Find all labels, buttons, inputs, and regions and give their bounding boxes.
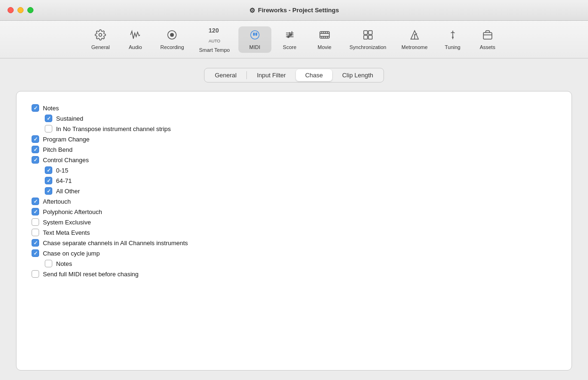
label-cycle-notes: Notes [56,260,72,267]
sync-icon [362,29,374,42]
svg-rect-31 [483,33,492,39]
tab-bar: General Input Filter Chase Clip Length [204,68,384,83]
row-chase-on-cycle-jump: Chase on cycle jump [32,248,556,258]
checkbox-control-changes[interactable] [32,156,39,164]
svg-rect-11 [320,32,329,38]
toolbar-midi-label: MIDI [249,44,260,50]
label-no-transpose: In No Transpose instrument channel strip… [56,125,171,132]
checkbox-program-change[interactable] [32,135,39,143]
row-no-transpose: In No Transpose instrument channel strip… [32,124,556,134]
svg-rect-25 [368,35,372,39]
label-send-full-midi-reset: Send full MIDI reset before chasing [43,271,139,278]
svg-rect-24 [364,35,368,39]
toolbar-general-label: General [91,44,110,50]
gear-icon [95,29,106,42]
checkbox-chase-separate-channels[interactable] [32,239,39,247]
traffic-lights [8,7,33,13]
window-title: ⚙ Fireworks - Project Settings [249,7,339,14]
toolbar-item-recording[interactable]: Recording [154,26,190,53]
close-button[interactable] [8,7,14,13]
row-cycle-notes: Notes [32,258,556,269]
label-polyphonic-aftertouch: Polyphonic Aftertouch [43,208,102,215]
maximize-button[interactable] [27,7,33,13]
svg-rect-22 [364,31,368,34]
toolbar-assets-label: Assets [480,44,495,50]
toolbar-tuning-label: Tuning [445,44,460,50]
row-send-full-midi-reset: Send full MIDI reset before chasing [32,269,556,279]
toolbar-item-midi[interactable]: MIDI [238,26,271,53]
label-control-changes: Control Changes [43,157,89,164]
row-sustained: Sustained [32,113,556,124]
toolbar-item-movie[interactable]: Movie [308,26,341,53]
checkbox-text-meta-events[interactable] [32,229,39,236]
score-icon [284,29,295,42]
row-ctrl-64-71: 64-71 [32,175,556,186]
toolbar: General Audio Recording 120AUTO Smart Te… [0,21,588,58]
label-chase-separate-channels: Chase separate channels in All Channels … [43,240,188,247]
waveform-icon [130,29,141,42]
toolbar-item-audio[interactable]: Audio [119,26,152,53]
toolbar-score-label: Score [283,44,296,50]
app-icon: ⚙ [249,7,255,14]
row-pitch-bend: Pitch Bend [32,144,556,155]
tempo-icon: 120AUTO [209,26,220,46]
checkbox-send-full-midi-reset[interactable] [32,270,39,278]
row-notes: Notes [32,103,556,113]
tab-chase[interactable]: Chase [296,69,333,81]
checkbox-chase-on-cycle-jump[interactable] [32,249,39,257]
checkbox-ctrl-0-15[interactable] [45,166,52,174]
label-program-change: Program Change [43,136,90,143]
label-aftertouch: Aftertouch [43,198,71,205]
toolbar-item-general[interactable]: General [84,26,117,53]
toolbar-movie-label: Movie [318,44,331,50]
checkbox-notes[interactable] [32,104,39,112]
row-aftertouch: Aftertouch [32,196,556,207]
metronome-icon [409,29,420,42]
checkbox-polyphonic-aftertouch[interactable] [32,208,39,215]
checkbox-system-exclusive[interactable] [32,218,39,226]
label-sustained: Sustained [56,115,83,122]
settings-panel: Notes Sustained In No Transpose instrume… [16,91,572,371]
label-notes: Notes [43,105,59,112]
toolbar-recording-label: Recording [160,44,184,50]
row-program-change: Program Change [32,134,556,144]
title-bar: ⚙ Fireworks - Project Settings [0,0,588,21]
row-polyphonic-aftertouch: Polyphonic Aftertouch [32,207,556,217]
checkbox-cycle-notes[interactable] [45,260,52,267]
toolbar-smart-tempo-label: Smart Tempo [199,47,230,53]
assets-icon [482,29,493,42]
checkbox-aftertouch[interactable] [32,198,39,205]
svg-point-2 [170,33,174,37]
toolbar-item-score[interactable]: Score [273,26,306,53]
label-chase-on-cycle-jump: Chase on cycle jump [43,250,100,257]
movie-icon [319,29,330,42]
record-icon [166,29,178,42]
toolbar-item-assets[interactable]: Assets [471,26,504,53]
row-chase-separate-channels: Chase separate channels in All Channels … [32,238,556,248]
checkbox-ctrl-64-71[interactable] [45,177,52,184]
tuning-icon [447,29,458,42]
label-all-other: All Other [56,188,80,195]
toolbar-metronome-label: Metronome [401,44,428,50]
toolbar-item-metronome[interactable]: Metronome [395,26,434,53]
svg-rect-23 [368,31,372,34]
checkbox-pitch-bend[interactable] [32,146,39,153]
midi-icon [249,29,261,42]
label-system-exclusive: System Exclusive [43,219,91,226]
tab-clip-length[interactable]: Clip Length [333,69,383,81]
toolbar-item-tuning[interactable]: Tuning [436,26,469,53]
row-text-meta-events: Text Meta Events [32,227,556,238]
checkbox-no-transpose[interactable] [45,125,52,132]
label-pitch-bend: Pitch Bend [43,146,73,153]
checkbox-sustained[interactable] [45,115,52,122]
label-ctrl-0-15: 0-15 [56,167,68,174]
checkbox-all-other[interactable] [45,187,52,195]
toolbar-item-synchronization[interactable]: Synchronization [343,26,393,53]
minimize-button[interactable] [17,7,24,13]
tab-general[interactable]: General [205,69,246,81]
label-text-meta-events: Text Meta Events [43,229,90,236]
tab-input-filter[interactable]: Input Filter [247,69,295,81]
main-content: General Input Filter Chase Clip Length N… [0,58,588,380]
row-system-exclusive: System Exclusive [32,217,556,227]
toolbar-item-smart-tempo[interactable]: 120AUTO Smart Tempo [193,23,237,56]
